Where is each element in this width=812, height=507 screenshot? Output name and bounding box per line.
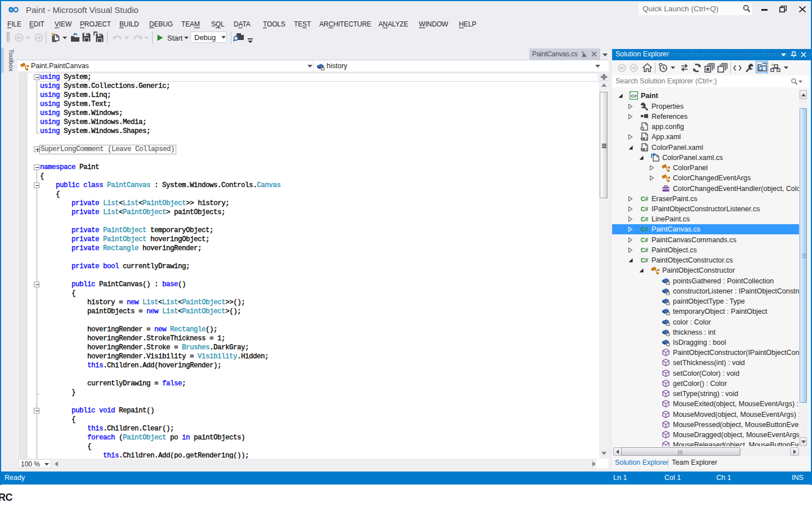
svg-text:C#: C#	[641, 257, 649, 264]
svg-text:C#: C#	[631, 94, 637, 99]
svg-text:C#: C#	[641, 195, 649, 202]
svg-text:C#: C#	[641, 237, 649, 243]
svg-text:C#: C#	[641, 216, 649, 223]
svg-text:C#: C#	[641, 226, 649, 233]
svg-text:C#: C#	[641, 206, 649, 212]
svg-text:C#: C#	[641, 247, 649, 254]
